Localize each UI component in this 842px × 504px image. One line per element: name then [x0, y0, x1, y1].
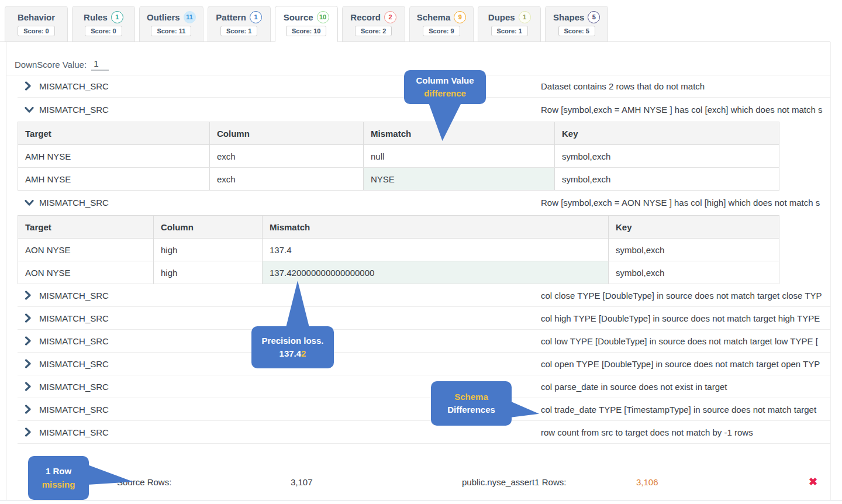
panel-bottom-border — [0, 500, 842, 500]
tab-behavior[interactable]: Behavior Score: 0 — [5, 6, 68, 42]
callout-tail — [88, 465, 133, 485]
mismatch-row[interactable]: MISMATCH_SRC col trade_date TYPE [Timest… — [18, 398, 830, 421]
mismatch-row[interactable]: MISMATCH_SRC Row [symbol,exch = AON NYSE… — [18, 190, 830, 215]
tab-label: Outliers — [147, 12, 180, 22]
column-header: Mismatch — [364, 122, 555, 145]
cell-target: AMH NYSE — [18, 145, 210, 168]
callout-line: missing — [28, 478, 89, 492]
score-badge: Score: 5 — [558, 26, 595, 36]
mismatch-description: col high TYPE [DoubleType] in source doe… — [541, 313, 820, 323]
column-header: Column — [210, 122, 364, 145]
cell-mismatch: 137.4 — [263, 239, 609, 261]
chevron-right-icon[interactable] — [25, 291, 37, 300]
target-rows-value: 3,106 — [636, 477, 658, 487]
cell-column: exch — [210, 168, 364, 191]
mismatch-label: MISMATCH_SRC — [39, 105, 109, 115]
tab-shapes[interactable]: Shapes 5 Score: 5 — [545, 6, 608, 42]
cell-mismatch-highlighted: NYSE — [364, 168, 555, 191]
panel-left-border — [6, 42, 6, 500]
target-rows-label: public.nyse_assert1 Rows: — [462, 477, 566, 487]
column-header: Target — [18, 216, 154, 239]
tab-record[interactable]: Record 2 Score: 2 — [342, 6, 405, 42]
score-badge: Score: 10 — [286, 26, 327, 36]
table-row: AON NYSE high 137.4 symbol,exch — [18, 239, 779, 261]
mismatch-label: MISMATCH_SRC — [39, 198, 109, 208]
mismatch-row[interactable]: MISMATCH_SRC col close TYPE [DoubleType]… — [18, 284, 830, 307]
callout-precision-loss: Precision loss. 137.42 — [251, 326, 334, 368]
column-header: Key — [609, 216, 779, 239]
mismatch-description: col low TYPE [DoubleType] in source does… — [541, 336, 818, 346]
mismatch-description: col close TYPE [DoubleType] in source do… — [541, 291, 822, 301]
tab-label: Shapes — [553, 12, 584, 22]
tab-outliers[interactable]: Outliers 11 Score: 11 — [139, 6, 203, 42]
callout-schema-differences: Schema Differences — [431, 381, 512, 426]
column-header: Target — [18, 122, 210, 145]
tab-pattern[interactable]: Pattern 1 Score: 1 — [208, 6, 271, 42]
tab-source[interactable]: Source 10 Score: 10 — [275, 6, 338, 42]
chevron-down-icon[interactable] — [25, 199, 37, 206]
chevron-right-icon[interactable] — [25, 336, 37, 346]
callout-row-missing: 1 Row missing — [28, 456, 89, 500]
callout-line: Differences — [431, 403, 512, 417]
downscore-field: DownScore Value: — [15, 58, 109, 71]
cell-column: high — [154, 261, 263, 284]
score-badge: Score: 0 — [18, 26, 54, 36]
tab-label: Schema — [417, 12, 451, 22]
chevron-right-icon[interactable] — [25, 382, 37, 391]
count-badge: 1 — [250, 11, 262, 23]
chevron-right-icon[interactable] — [25, 359, 37, 368]
mismatch-label: MISMATCH_SRC — [39, 336, 109, 346]
mismatch-row[interactable]: MISMATCH_SRC row count from src to targe… — [18, 421, 830, 444]
callout-line: Schema — [431, 391, 512, 404]
mismatch-row[interactable]: MISMATCH_SRC col high TYPE [DoubleType] … — [18, 307, 830, 330]
data-quality-screen: Behavior Score: 0 Rules 1 Score: 0 Outli… — [0, 0, 842, 504]
tab-label: Dupes — [488, 12, 515, 22]
tab-label: Rules — [84, 12, 108, 22]
tab-rules[interactable]: Rules 1 Score: 0 — [72, 6, 135, 42]
chevron-right-icon[interactable] — [25, 427, 37, 437]
panel-right-border — [830, 42, 831, 500]
chevron-right-icon[interactable] — [25, 81, 37, 91]
source-rows-value: 3,107 — [291, 477, 313, 487]
mismatch-row[interactable]: MISMATCH_SRC col parse_date in source do… — [18, 375, 830, 398]
mismatch-description: col open TYPE [DoubleType] in source doe… — [541, 359, 820, 369]
callout-line: difference — [404, 87, 486, 101]
table-row: AMH NYSE exch NYSE symbol,exch — [18, 168, 779, 191]
downscore-label: DownScore Value: — [15, 60, 87, 70]
mismatch-label: MISMATCH_SRC — [39, 382, 109, 392]
callout-line: 1 Row — [28, 465, 89, 478]
mismatch-description: Dataset contains 2 rows that do not matc… — [541, 81, 705, 91]
mismatch-label: MISMATCH_SRC — [39, 359, 109, 369]
chevron-right-icon[interactable] — [25, 405, 37, 414]
mismatch-description: Row [symbol,exch = AMH NYSE ] has col [e… — [541, 105, 822, 115]
cell-key: symbol,exch — [609, 239, 779, 261]
mismatch-label: MISMATCH_SRC — [39, 427, 109, 437]
tab-dupes[interactable]: Dupes 1 Score: 1 — [478, 6, 541, 42]
downscore-input[interactable] — [91, 58, 109, 71]
tab-label: Source — [284, 12, 313, 22]
mismatch-description: row count from src to target does not ma… — [541, 427, 753, 437]
score-badge: Score: 1 — [220, 26, 257, 36]
chevron-right-icon[interactable] — [25, 313, 37, 323]
cell-target: AON NYSE — [18, 261, 154, 284]
mismatch-label: MISMATCH_SRC — [39, 313, 109, 323]
mismatch-row[interactable]: MISMATCH_SRC col open TYPE [DoubleType] … — [18, 353, 830, 375]
score-badge: Score: 1 — [491, 26, 528, 36]
callout-column-value-difference: Column Value difference — [404, 70, 486, 104]
count-badge: 10 — [317, 11, 329, 23]
cell-column: high — [154, 239, 263, 261]
mismatch-detail-table: Target Column Mismatch Key AON NYSE high… — [18, 215, 779, 284]
tab-label: Record — [350, 12, 381, 22]
mismatch-row[interactable]: MISMATCH_SRC col low TYPE [DoubleType] i… — [18, 330, 830, 353]
count-badge: 1 — [111, 11, 123, 23]
tabbar: Behavior Score: 0 Rules 1 Score: 0 Outli… — [5, 6, 608, 42]
table-row: AON NYSE high 137.420000000000000000 sym… — [18, 261, 779, 284]
mismatch-label: MISMATCH_SRC — [39, 291, 109, 301]
cell-mismatch-highlighted: 137.420000000000000000 — [263, 261, 609, 284]
tab-schema[interactable]: Schema 9 Score: 9 — [409, 6, 474, 42]
column-header: Mismatch — [263, 216, 609, 239]
callout-line: 137.42 — [251, 347, 334, 361]
count-badge: 5 — [588, 11, 600, 23]
score-badge: Score: 9 — [423, 26, 460, 36]
chevron-down-icon[interactable] — [25, 106, 37, 113]
